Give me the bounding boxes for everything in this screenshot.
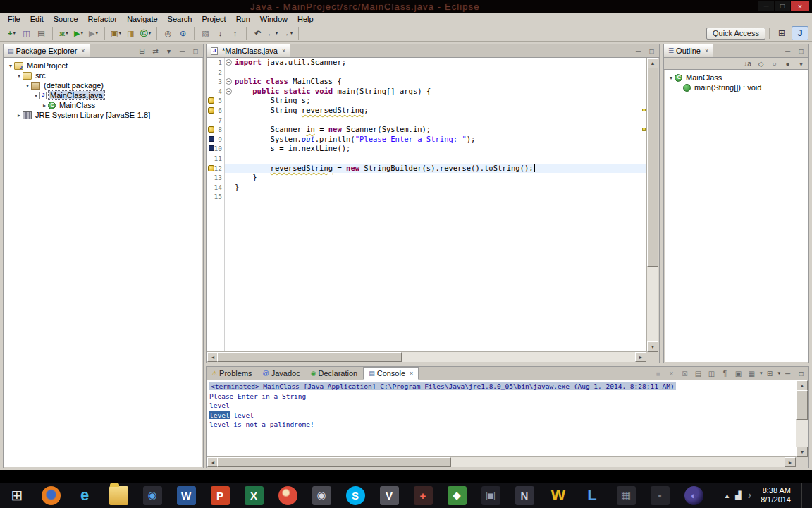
- java-perspective-button[interactable]: J: [792, 26, 808, 40]
- search-icon[interactable]: ⊙: [176, 27, 190, 40]
- open-perspective-button[interactable]: ⊞: [773, 26, 790, 40]
- hide-non-public-members-icon[interactable]: ●: [782, 58, 794, 70]
- sort-icon[interactable]: ↓a: [742, 58, 753, 70]
- menu-project[interactable]: Project: [197, 14, 230, 24]
- view-menu-icon[interactable]: ▾: [795, 58, 807, 70]
- dropdown-arrow-icon[interactable]: ▾: [66, 30, 68, 36]
- line-number[interactable]: 15: [207, 192, 224, 202]
- line-number[interactable]: 7: [207, 116, 224, 126]
- taskbar-excel-button[interactable]: X: [237, 483, 271, 508]
- code-editor[interactable]: 123456789101112131415 import java.util.S…: [207, 58, 646, 352]
- code-line-9[interactable]: System.out.println("Please Enter a Strin…: [225, 135, 646, 145]
- minimize-icon[interactable]: ─: [632, 45, 644, 57]
- line-number[interactable]: 2: [207, 68, 224, 78]
- show-desktop-button[interactable]: [801, 483, 806, 508]
- overview-warning-mark[interactable]: [642, 128, 646, 131]
- line-number-ruler[interactable]: 123456789101112131415: [207, 58, 225, 352]
- taskbar-dark-app-3-button[interactable]: ▪: [643, 483, 677, 508]
- scrollbar-thumb[interactable]: [217, 352, 402, 362]
- open-type-icon[interactable]: ◎: [161, 27, 176, 40]
- new-wizard-icon[interactable]: +▾: [4, 27, 19, 40]
- fold-marker-icon[interactable]: −: [226, 88, 232, 95]
- taskbar-powerpoint-button[interactable]: P: [203, 483, 237, 508]
- dropdown-arrow-icon[interactable]: ▾: [290, 30, 293, 36]
- twistie-icon[interactable]: ▾: [32, 92, 39, 99]
- taskbar-red-cross-app-button[interactable]: +: [406, 483, 440, 508]
- tab-package-explorer[interactable]: ▤ Package Explorer ×: [4, 44, 90, 57]
- warning-marker-icon[interactable]: [208, 126, 214, 133]
- line-number[interactable]: 11: [207, 154, 224, 164]
- close-button[interactable]: ×: [791, 1, 809, 11]
- twistie-icon[interactable]: ▸: [41, 102, 48, 109]
- back-icon[interactable]: ←▾: [265, 27, 280, 40]
- code-line-8[interactable]: Scanner in = new Scanner(System.in);: [225, 125, 646, 135]
- new-class-icon[interactable]: Ⓒ▾: [138, 27, 153, 40]
- tab-javadoc[interactable]: @Javadoc: [258, 367, 306, 380]
- volume-icon[interactable]: ♪: [748, 491, 752, 500]
- code-line-10[interactable]: s = in.nextLine();: [225, 144, 646, 154]
- forward-icon[interactable]: →▾: [280, 27, 295, 40]
- taskbar-chrome-button[interactable]: [271, 483, 304, 508]
- menu-source[interactable]: Source: [49, 14, 83, 24]
- outline-item-main-string-void[interactable]: main(String[]) : void: [665, 83, 808, 92]
- code-line-7[interactable]: [225, 116, 646, 126]
- menu-run[interactable]: Run: [231, 14, 255, 24]
- scrollbar-thumb[interactable]: [796, 390, 808, 420]
- code-line-13[interactable]: }: [225, 173, 646, 183]
- taskbar-firefox-button[interactable]: [34, 483, 68, 508]
- tab-problems[interactable]: ⚠Problems: [207, 367, 258, 380]
- close-tab-icon[interactable]: ×: [705, 47, 708, 54]
- menu-window[interactable]: Window: [255, 14, 293, 24]
- close-tab-icon[interactable]: ×: [410, 370, 413, 377]
- line-number[interactable]: 3: [207, 77, 224, 87]
- scroll-up-arrow[interactable]: ▲: [796, 380, 808, 391]
- overview-warning-mark[interactable]: [642, 109, 646, 111]
- taskbar-vlc-button[interactable]: V: [372, 483, 406, 508]
- scroll-down-arrow[interactable]: ▼: [796, 447, 808, 457]
- editor-horizontal-scrollbar[interactable]: ◄ ►: [207, 351, 646, 362]
- twistie-icon[interactable]: ▾: [668, 75, 675, 81]
- explorer-item-mainclass[interactable]: ▸MainClass: [4, 100, 202, 110]
- explorer-item-default-package[interactable]: ▾(default package): [4, 80, 202, 90]
- twistie-icon[interactable]: ▾: [7, 63, 14, 69]
- maximize-icon[interactable]: □: [190, 45, 202, 57]
- line-number[interactable]: 13: [207, 173, 224, 183]
- explorer-item-jre-system-library-javase-1-8[interactable]: ▸JRE System Library [JavaSE-1.8]: [4, 110, 202, 120]
- taskbar-internet-explorer-button[interactable]: e: [68, 483, 102, 508]
- taskbar-blue-l-app-button[interactable]: L: [575, 483, 609, 508]
- remove-all-launches-icon[interactable]: ⊠: [679, 368, 691, 380]
- menu-navigate[interactable]: Navigate: [122, 14, 162, 24]
- console-line-4[interactable]: level is not a palindrome!: [209, 420, 796, 430]
- dot-marker-icon[interactable]: [209, 136, 214, 142]
- remove-launch-icon[interactable]: ×: [665, 368, 677, 380]
- code-line-1[interactable]: import java.util.Scanner;: [225, 58, 646, 68]
- minimize-icon[interactable]: ─: [176, 45, 188, 57]
- code-area[interactable]: import java.util.Scanner;public class Ma…: [225, 58, 646, 352]
- last-edit-location-icon[interactable]: ↶: [250, 27, 265, 40]
- menu-edit[interactable]: Edit: [25, 14, 49, 24]
- close-tab-icon[interactable]: ×: [81, 47, 85, 54]
- scroll-down-arrow[interactable]: ▼: [647, 341, 658, 352]
- taskbar-word-button[interactable]: W: [169, 483, 203, 508]
- hide-fields-icon[interactable]: ◇: [755, 58, 767, 70]
- code-line-15[interactable]: [225, 192, 646, 202]
- word-wrap-icon[interactable]: ¶: [719, 368, 731, 380]
- warning-marker-icon[interactable]: [208, 107, 214, 114]
- run-external-tools-icon[interactable]: ▶▾: [86, 27, 101, 40]
- taskbar-dark-app-2-button[interactable]: ▦: [609, 483, 643, 508]
- scroll-lock-icon[interactable]: ◫: [706, 368, 718, 380]
- code-line-4[interactable]: public static void main(String[] args) {: [225, 87, 646, 97]
- clear-console-icon[interactable]: ▤: [692, 368, 704, 380]
- console-output[interactable]: <terminated> MainClass [Java Application…: [207, 380, 796, 457]
- twistie-icon[interactable]: ▾: [16, 73, 23, 79]
- dropdown-arrow-icon[interactable]: ▾: [95, 30, 98, 36]
- debug-icon[interactable]: ж▾: [56, 27, 71, 40]
- hide-static-members-icon[interactable]: ○: [768, 58, 780, 70]
- maximize-icon[interactable]: □: [795, 45, 807, 57]
- dropdown-arrow-icon[interactable]: ▾: [118, 30, 121, 36]
- menu-file[interactable]: File: [3, 14, 25, 24]
- dropdown-arrow-icon[interactable]: ▾: [777, 370, 780, 376]
- quick-access-button[interactable]: Quick Access: [706, 28, 765, 40]
- explorer-item-mainclass-java[interactable]: ▾MainClass.java: [4, 90, 202, 100]
- view-menu-icon[interactable]: ▾: [163, 45, 175, 57]
